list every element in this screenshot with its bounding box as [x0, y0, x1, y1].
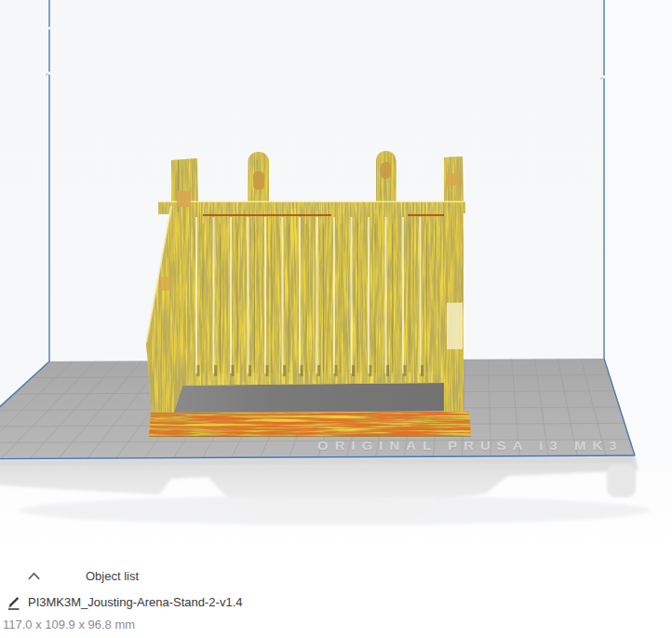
- model-jousting-arena-stand[interactable]: [146, 151, 471, 437]
- volume-edge-notches: [48, 27, 606, 78]
- model-base-texture: [149, 412, 471, 437]
- object-list-item[interactable]: PI3MK3M_Jousting-Arena-Stand-2-v1.4: [0, 594, 307, 611]
- scene-3d: ORIGINAL PRUSA i3 MK3 ORIGINAL PRUSA i3 …: [0, 0, 672, 561]
- model-dimensions: 117.0 x 109.9 x 96.8 mm: [3, 618, 135, 631]
- object-list-item-name: PI3MK3M_Jousting-Arena-Stand-2-v1.4: [28, 595, 243, 609]
- edit-icon: [7, 595, 21, 610]
- viewport-3d[interactable]: ORIGINAL PRUSA i3 MK3 ORIGINAL PRUSA i3 …: [0, 0, 672, 561]
- model-floor-shadow: [171, 381, 457, 414]
- slicer-window: ORIGINAL PRUSA i3 MK3 ORIGINAL PRUSA i3 …: [0, 0, 672, 638]
- plate-brand-label: ORIGINAL PRUSA i3 MK3 ORIGINAL PRUSA i3 …: [317, 440, 624, 454]
- object-list-panel: Object list PI3MK3M_Jousting-Arena-Stand…: [0, 561, 672, 638]
- plate-brand-label-text: ORIGINAL PRUSA i3 MK3: [317, 440, 624, 452]
- object-list-toggle[interactable]: Object list: [0, 568, 279, 585]
- chevron-up-icon[interactable]: [27, 571, 41, 581]
- bed-carriage: [0, 455, 652, 525]
- object-list-header-label: Object list: [86, 569, 139, 583]
